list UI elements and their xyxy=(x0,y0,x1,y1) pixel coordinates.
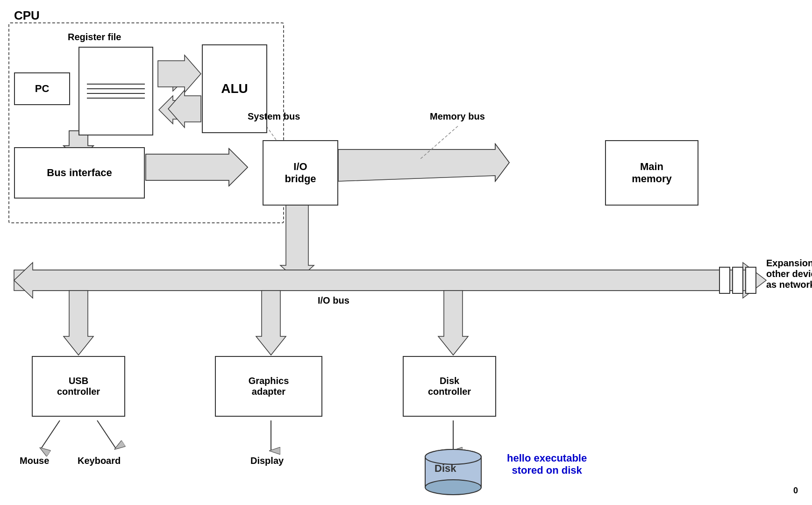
slide-number: 0 xyxy=(793,486,798,496)
svg-point-31 xyxy=(425,480,481,495)
svg-marker-16 xyxy=(14,263,752,298)
svg-line-21 xyxy=(97,420,116,448)
mouse-label: Mouse xyxy=(20,455,49,466)
register-file-label: Register file xyxy=(68,32,121,43)
svg-marker-14 xyxy=(280,204,314,280)
expansion-slots-label: Expansion slots for other devices such a… xyxy=(766,258,812,290)
pc-box: PC xyxy=(14,72,70,105)
display-label: Display xyxy=(250,455,284,466)
io-bridge-box: I/O bridge xyxy=(263,140,338,206)
svg-rect-27 xyxy=(733,267,743,293)
diagram: CPU PC Register file ALU Bus interface I… xyxy=(0,0,812,505)
memory-bus-label: Memory bus xyxy=(430,111,485,122)
svg-marker-11 xyxy=(338,144,509,181)
svg-marker-15 xyxy=(14,263,766,298)
bus-interface-box: Bus interface xyxy=(14,147,145,199)
svg-rect-28 xyxy=(746,267,756,293)
main-memory-box: Main memory xyxy=(605,140,698,206)
disk-label: Disk xyxy=(434,462,456,475)
hello-text: hello executable stored on disk xyxy=(507,452,587,477)
register-file-box xyxy=(78,47,153,135)
svg-marker-10 xyxy=(338,144,509,181)
cpu-label: CPU xyxy=(14,8,40,23)
svg-line-20 xyxy=(41,420,60,448)
svg-marker-19 xyxy=(438,291,468,355)
svg-rect-26 xyxy=(719,267,730,293)
system-bus-label: System bus xyxy=(248,111,300,122)
svg-marker-18 xyxy=(256,291,286,355)
svg-marker-17 xyxy=(64,291,93,355)
usb-controller-box: USB controller xyxy=(32,356,125,417)
keyboard-label: Keyboard xyxy=(78,455,121,466)
disk-controller-box: Disk controller xyxy=(403,356,496,417)
graphics-adapter-box: Graphics adapter xyxy=(215,356,322,417)
io-bus-label: I/O bus xyxy=(318,295,349,306)
svg-line-25 xyxy=(420,126,458,159)
